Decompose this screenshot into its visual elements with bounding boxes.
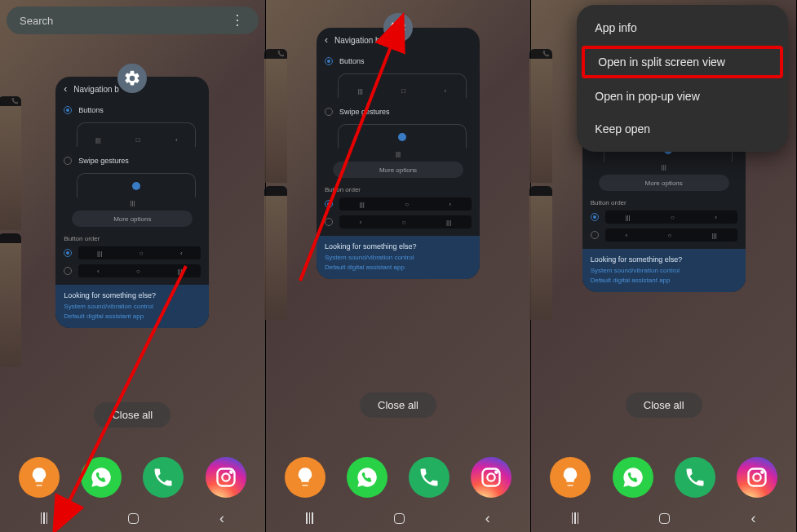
card-title: Navigation b... xyxy=(334,36,387,45)
screen-3: 📞 ||| More options Button order |||○‹ ‹○… xyxy=(531,0,797,532)
gear-icon xyxy=(389,19,407,37)
swipe-hint: ||| xyxy=(604,163,724,170)
phone-icon xyxy=(684,466,706,489)
peek-card-left-top[interactable]: 📞 xyxy=(0,96,21,230)
instagram-icon xyxy=(215,466,237,489)
peek-card-left-bottom[interactable] xyxy=(529,186,552,320)
card-footer: Looking for something else? System sound… xyxy=(317,236,480,279)
footer-title: Looking for something else? xyxy=(64,291,201,299)
option-label: Swipe gestures xyxy=(78,157,129,165)
button-order-row-2: ‹○||| xyxy=(582,226,746,244)
app-icon-instagram[interactable] xyxy=(471,457,511,498)
app-context-menu: App info Open in split screen view Open … xyxy=(577,5,788,152)
nav-recents-button[interactable] xyxy=(572,512,579,524)
app-icon-instagram[interactable] xyxy=(206,457,246,498)
nav-back-button[interactable]: ‹ xyxy=(751,510,755,527)
menu-label: App info xyxy=(595,21,636,34)
app-icon-settings[interactable] xyxy=(117,64,147,93)
navbar: ‹ xyxy=(266,504,531,532)
btnbar-1: |||○‹ xyxy=(78,246,201,259)
svg-point-2 xyxy=(230,471,232,472)
app-icon-whatsapp[interactable] xyxy=(347,457,387,498)
nav-back-button[interactable]: ‹ xyxy=(485,510,490,527)
screen-1: Search ⋯ 📞 ‹ Navigation b Buttons |||□‹ … xyxy=(0,0,266,532)
app-icon-tips[interactable] xyxy=(550,457,591,498)
peek-card-left-top[interactable]: 📞 xyxy=(529,49,552,183)
radio-off-icon xyxy=(64,267,72,275)
option-swipe: Swipe gestures xyxy=(55,152,209,170)
button-order-label: Button order xyxy=(317,183,480,195)
more-icon[interactable]: ⋯ xyxy=(229,13,247,28)
svg-point-9 xyxy=(753,473,760,481)
app-icon-tips[interactable] xyxy=(19,457,60,498)
app-icon-whatsapp[interactable] xyxy=(613,457,653,498)
navbar: ‹ xyxy=(531,504,796,532)
footer-link-2: Default digital assistant app xyxy=(591,277,737,284)
nav-back-button[interactable]: ‹ xyxy=(219,510,224,527)
menu-popup-view[interactable]: Open in pop-up view xyxy=(577,80,788,113)
nav-home-button[interactable] xyxy=(659,513,670,524)
radio-off-icon xyxy=(325,108,333,116)
footer-title: Looking for something else? xyxy=(591,255,737,264)
nav-home-button[interactable] xyxy=(128,513,139,524)
menu-app-info[interactable]: App info xyxy=(577,11,788,44)
app-icon-phone[interactable] xyxy=(409,457,449,498)
more-options-button: More options xyxy=(72,211,193,227)
lightbulb-icon xyxy=(294,466,317,489)
search-bar[interactable]: Search ⋯ xyxy=(7,7,259,34)
button-order-row-1: |||○‹ xyxy=(582,208,746,226)
swipe-hint: ||| xyxy=(338,150,458,157)
screen-2: 📞 ‹ Navigation b... Buttons |||□‹ Swipe … xyxy=(266,0,532,532)
button-order-row-1: |||○‹ xyxy=(55,244,209,262)
close-all-label: Close all xyxy=(644,399,684,411)
instagram-icon xyxy=(480,466,503,489)
lightbulb-icon xyxy=(28,466,51,489)
app-icon-phone[interactable] xyxy=(675,457,715,498)
dock xyxy=(266,457,531,498)
close-all-label: Close all xyxy=(112,409,153,421)
peek-thumb xyxy=(529,196,552,320)
peek-thumb xyxy=(264,196,287,320)
menu-label: Open in split screen view xyxy=(598,55,725,69)
peek-statusbar xyxy=(0,233,21,243)
nav-recents-button[interactable] xyxy=(41,512,48,524)
svg-point-1 xyxy=(222,473,229,481)
nav-home-button[interactable] xyxy=(394,513,405,524)
radio-on-icon xyxy=(64,106,72,114)
app-icon-instagram[interactable] xyxy=(737,457,777,498)
app-icon-phone[interactable] xyxy=(143,457,184,498)
back-icon: ‹ xyxy=(325,34,328,46)
back-icon: ‹ xyxy=(64,83,67,95)
peek-card-left-bottom[interactable] xyxy=(0,233,21,367)
peek-card-left-top[interactable]: 📞 xyxy=(264,49,287,183)
radio-on-icon xyxy=(325,200,333,208)
menu-label: Open in pop-up view xyxy=(595,90,699,103)
button-order-label: Button order xyxy=(55,232,209,244)
app-icon-tips[interactable] xyxy=(285,457,325,498)
recents-card-settings[interactable]: ‹ Navigation b Buttons |||□‹ Swipe gestu… xyxy=(55,77,209,328)
more-options-label: More options xyxy=(113,215,151,223)
peek-card-left-bottom[interactable] xyxy=(264,186,287,320)
close-all-button[interactable]: Close all xyxy=(360,392,436,418)
menu-label: Keep open xyxy=(595,122,650,135)
more-options-button: More options xyxy=(333,162,463,178)
preview-swipe xyxy=(77,173,196,197)
button-order-row-2: ‹○||| xyxy=(317,213,480,231)
card-title: Navigation b xyxy=(73,85,119,94)
close-all-button[interactable]: Close all xyxy=(626,392,702,418)
instagram-icon xyxy=(746,466,768,489)
whatsapp-icon xyxy=(90,466,113,489)
btnbar-1: |||○‹ xyxy=(339,197,472,211)
option-label: Buttons xyxy=(339,57,365,65)
recents-card-settings[interactable]: ‹ Navigation b... Buttons |||□‹ Swipe ge… xyxy=(317,28,480,279)
nav-recents-button[interactable] xyxy=(306,512,313,524)
gear-icon xyxy=(123,69,141,87)
radio-on-icon xyxy=(64,249,72,257)
app-icon-settings[interactable] xyxy=(383,13,413,42)
search-placeholder: Search xyxy=(20,15,53,27)
app-icon-whatsapp[interactable] xyxy=(81,457,122,498)
more-options-label: More options xyxy=(645,180,683,187)
menu-split-screen[interactable]: Open in split screen view xyxy=(582,46,783,78)
menu-keep-open[interactable]: Keep open xyxy=(577,113,788,145)
close-all-button[interactable]: Close all xyxy=(94,402,170,428)
